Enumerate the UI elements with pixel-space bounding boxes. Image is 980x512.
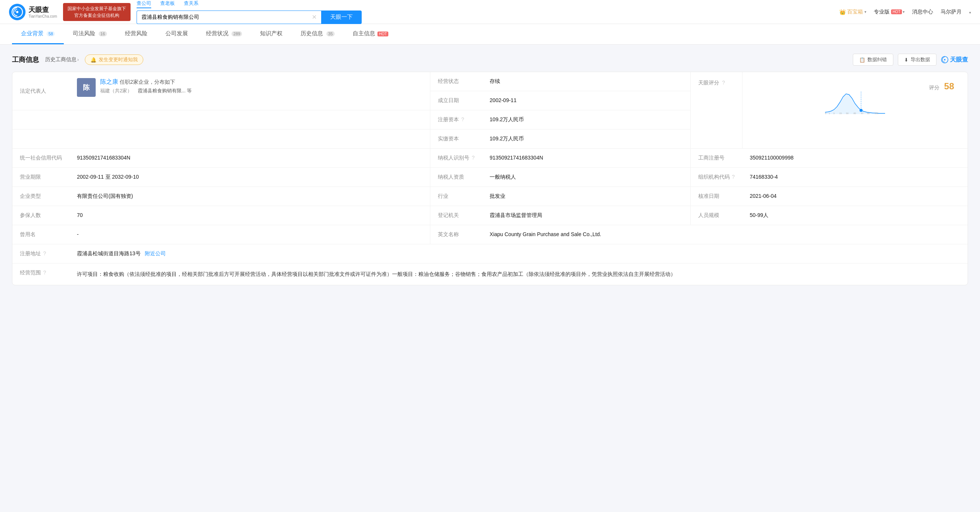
user-menu[interactable]: ▾ xyxy=(969,9,971,15)
export-icon: ⬇ xyxy=(904,57,908,63)
empty-value-2 xyxy=(69,129,430,148)
biz-period-value: 2002-09-11 至 2032-09-10 xyxy=(69,168,430,187)
svg-text:15: 15 xyxy=(839,112,842,114)
search-tabs: 查公司 查老板 查关系 xyxy=(137,0,199,8)
header: 天眼查 TianYanCha.com 国家中小企业发展子基金旗下 官方备案企业征… xyxy=(0,0,980,24)
status-label: 经营状态 xyxy=(430,72,482,91)
legal-rep-companies: 福建（共2家） 霞浦县粮食购销有限... 等 xyxy=(100,88,192,94)
history-link[interactable]: 历史工商信息 › xyxy=(45,56,79,63)
chevron-down-icon: ▾ xyxy=(864,10,866,14)
approval-date-label: 核准日期 xyxy=(690,187,742,206)
search-button[interactable]: 天眼一下 xyxy=(321,11,362,24)
paid-capital-value: 109.2万人民币 xyxy=(482,129,690,148)
business-scope-text: 许可项目：粮食收购（依法须经批准的项目，经相关部门批准后方可开展经营活动，具体经… xyxy=(77,270,960,279)
search-input-wrap: ✕ xyxy=(137,11,321,24)
tab-self-info[interactable]: 自主信息 HOT xyxy=(344,24,397,44)
pro-version-link[interactable]: 消息中心 xyxy=(912,9,933,15)
reg-no-value: 350921100009998 xyxy=(742,148,967,168)
export-button[interactable]: ⬇ 导出数据 xyxy=(898,54,937,66)
tianyancha-logo-small: 天眼查 xyxy=(941,56,968,64)
table-row: 参保人数 70 登记机关 霞浦县市场监督管理局 人员规模 50-99人 xyxy=(13,206,967,225)
legal-rep-info: 陈之康 任职2家企业，分布如下 福建（共2家） 霞浦县粮食购销有限... 等 xyxy=(100,78,192,94)
member-service-button[interactable]: 👑 百宝箱 ▾ xyxy=(839,9,866,15)
baobao-link[interactable]: 专业版 HOT ▾ xyxy=(874,9,905,15)
paid-capital-label-left xyxy=(13,129,69,148)
nearby-company-link[interactable]: 附近公司 xyxy=(145,250,166,256)
search-tab-relation[interactable]: 查关系 xyxy=(184,0,199,8)
former-name-label: 曾用名 xyxy=(13,225,69,244)
table-row: 经营范围 ? 许可项目：粮食收购（依法须经批准的项目，经相关部门批准后方可开展经… xyxy=(13,263,967,285)
error-icon: 📋 xyxy=(859,57,865,63)
svg-point-1 xyxy=(16,11,18,13)
score-value: 58 xyxy=(944,81,954,91)
tab-history-info[interactable]: 历史信息 35 xyxy=(291,24,343,44)
search-input-row: ✕ 天眼一下 xyxy=(137,11,362,24)
tab-company-background[interactable]: 企业背景 58 xyxy=(12,24,64,44)
help-icon: ? xyxy=(722,80,725,86)
logo-area: 天眼查 TianYanCha.com xyxy=(9,4,57,20)
messages-link[interactable]: 马尔萨月 xyxy=(940,9,962,15)
section-header: 工商信息 历史工商信息 › 🔔 发生变更时通知我 📋 数据纠错 ⬇ 导出数据 xyxy=(12,54,968,66)
help-icon-5: ? xyxy=(43,250,46,256)
tab-operation-status[interactable]: 经营状况 289 xyxy=(197,24,251,44)
banner: 国家中小企业发展子基金旗下 官方备案企业征信机构 xyxy=(63,3,130,21)
help-icon-3: ? xyxy=(472,155,475,161)
tax-id-value: 91350921741683304N xyxy=(482,148,690,168)
score-chart: 0 1 3 15 50 85 97 99 100 xyxy=(825,92,885,114)
search-tab-company[interactable]: 查公司 xyxy=(137,0,151,8)
tax-id-label: 纳税人识别号 ? xyxy=(430,148,482,168)
reg-capital-label: 注册资本 ? xyxy=(430,110,482,129)
social-credit-label: 统一社会信用代码 xyxy=(13,148,69,168)
tab-operation-risk[interactable]: 经营风险 xyxy=(116,24,156,44)
search-area: 查公司 查老板 查关系 ✕ 天眼一下 xyxy=(137,0,362,24)
social-credit-value: 91350921741683304N xyxy=(69,148,430,168)
legal-rep-label: 法定代表人 xyxy=(13,72,69,110)
error-report-button[interactable]: 📋 数据纠错 xyxy=(853,54,893,66)
table-row: 法定代表人 陈 陈之康 任职2家企业，分布如下 福建（共2家） xyxy=(13,72,967,91)
reg-authority-label: 登记机关 xyxy=(430,206,482,225)
empty-value xyxy=(69,110,430,129)
logo-text: 天眼查 TianYanCha.com xyxy=(29,5,57,18)
org-code-label: 组织机构代码 ? xyxy=(690,168,742,187)
org-code-value: 74168330-4 xyxy=(742,168,967,187)
table-row: 注册地址 ? 霞浦县松城街道目海路13号 附近公司 xyxy=(13,244,967,263)
notify-button[interactable]: 🔔 发生变更时通知我 xyxy=(85,54,143,65)
search-input[interactable] xyxy=(142,14,312,20)
hot-badge: HOT xyxy=(891,10,902,14)
approval-date-value: 2021-06-04 xyxy=(742,187,967,206)
tab-company-development[interactable]: 公司发展 xyxy=(156,24,197,44)
founded-label: 成立日期 xyxy=(430,91,482,110)
reg-authority-value: 霞浦县市场监督管理局 xyxy=(482,206,690,225)
info-card: 法定代表人 陈 陈之康 任职2家企业，分布如下 福建（共2家） xyxy=(12,72,968,285)
biz-period-label: 营业期限 xyxy=(13,168,69,187)
search-tab-boss[interactable]: 查老板 xyxy=(160,0,175,8)
chevron-down-icon-3: ▾ xyxy=(969,11,971,14)
svg-point-3 xyxy=(944,59,945,61)
svg-text:99: 99 xyxy=(867,112,870,114)
logo-icon xyxy=(9,4,25,20)
svg-text:100: 100 xyxy=(875,112,879,114)
biz-scope-label: 经营范围 ? xyxy=(13,263,69,285)
en-name-value: Xiapu County Grain Purchase and Sale Co.… xyxy=(482,225,967,244)
score-label-text: 评分 xyxy=(929,85,939,91)
bell-icon: 🔔 xyxy=(91,57,96,63)
legal-rep-name[interactable]: 陈之康 xyxy=(100,78,118,85)
industry-label: 行业 xyxy=(430,187,482,206)
tab-judicial-risk[interactable]: 司法风险 16 xyxy=(64,24,116,44)
reg-no-label: 工商注册号 xyxy=(690,148,742,168)
paid-capital-label: 实缴资本 xyxy=(430,129,482,148)
main-content: 工商信息 历史工商信息 › 🔔 发生变更时通知我 📋 数据纠错 ⬇ 导出数据 xyxy=(0,45,980,508)
status-value: 存续 xyxy=(482,72,690,91)
company-type-value: 有限责任公司(国有独资) xyxy=(69,187,430,206)
clear-button[interactable]: ✕ xyxy=(312,13,317,21)
self-info-hot-badge: HOT xyxy=(377,32,388,37)
header-right: 👑 百宝箱 ▾ 专业版 HOT ▾ 消息中心 马尔萨月 ▾ xyxy=(839,9,971,15)
reg-capital-value: 109.2万人民币 xyxy=(482,110,690,129)
table-row: 营业期限 2002-09-11 至 2032-09-10 纳税人资质 一般纳税人… xyxy=(13,168,967,187)
score-area: 评分 58 0 1 3 xyxy=(750,78,960,117)
table-row: 企业类型 有限责任公司(国有独资) 行业 批发业 核准日期 2021-06-04 xyxy=(13,187,967,206)
biz-scope-value: 许可项目：粮食收购（依法须经批准的项目，经相关部门批准后方可开展经营活动，具体经… xyxy=(69,263,967,285)
staff-value: 50-99人 xyxy=(742,206,967,225)
tab-intellectual-property[interactable]: 知识产权 xyxy=(251,24,291,44)
svg-text:85: 85 xyxy=(854,112,856,114)
